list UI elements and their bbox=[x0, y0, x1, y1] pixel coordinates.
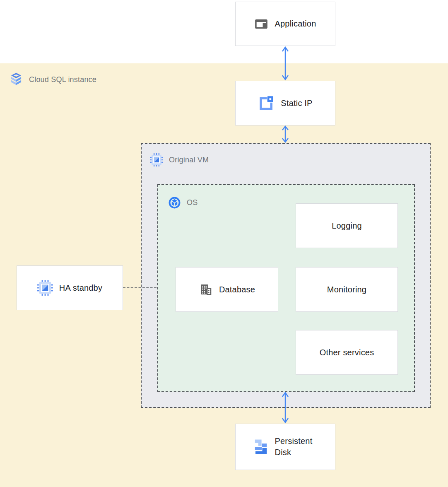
node-persistent-disk: Persistent Disk bbox=[235, 424, 335, 470]
monitoring-label: Monitoring bbox=[327, 285, 366, 294]
compute-engine-icon bbox=[150, 153, 163, 166]
logging-label: Logging bbox=[332, 221, 362, 231]
static-ip-label: Static IP bbox=[281, 99, 312, 108]
database-label: Database bbox=[219, 285, 255, 294]
node-static-ip: Static IP bbox=[235, 81, 335, 125]
os-icon bbox=[168, 196, 181, 209]
cloud-sql-icon bbox=[9, 72, 23, 87]
node-database: Database bbox=[176, 267, 278, 312]
persistent-disk-label: Persistent Disk bbox=[275, 436, 318, 458]
node-logging: Logging bbox=[296, 203, 398, 248]
database-icon bbox=[199, 282, 213, 297]
os-zone-title: OS bbox=[187, 198, 198, 207]
persistent-disk-icon bbox=[253, 439, 269, 455]
node-ha-standby: HA standby bbox=[17, 265, 123, 310]
original-vm-zone: Original VM OS bbox=[141, 143, 431, 408]
arrow-os-persistent-disk bbox=[280, 391, 290, 424]
arrow-application-static-ip bbox=[280, 46, 290, 81]
diagram-canvas: Cloud SQL instance bbox=[0, 0, 448, 487]
original-vm-zone-label: Original VM bbox=[150, 153, 209, 166]
original-vm-zone-title: Original VM bbox=[169, 156, 209, 164]
cloud-sql-zone-title: Cloud SQL instance bbox=[29, 75, 96, 84]
os-zone: OS Logging bbox=[157, 184, 415, 392]
arrow-static-ip-vm bbox=[280, 125, 290, 143]
ha-standby-label: HA standby bbox=[59, 283, 102, 293]
node-application: Application bbox=[235, 2, 335, 46]
os-zone-label: OS bbox=[168, 196, 198, 209]
static-ip-icon bbox=[258, 95, 275, 111]
application-icon bbox=[254, 17, 268, 31]
compute-engine-icon bbox=[37, 280, 53, 296]
other-services-label: Other services bbox=[320, 348, 374, 357]
application-label: Application bbox=[275, 19, 316, 29]
cloud-sql-zone-label: Cloud SQL instance bbox=[9, 72, 96, 87]
node-monitoring: Monitoring bbox=[296, 267, 398, 312]
connector-ha-standby-vm bbox=[123, 287, 157, 288]
node-other-services: Other services bbox=[296, 330, 398, 375]
